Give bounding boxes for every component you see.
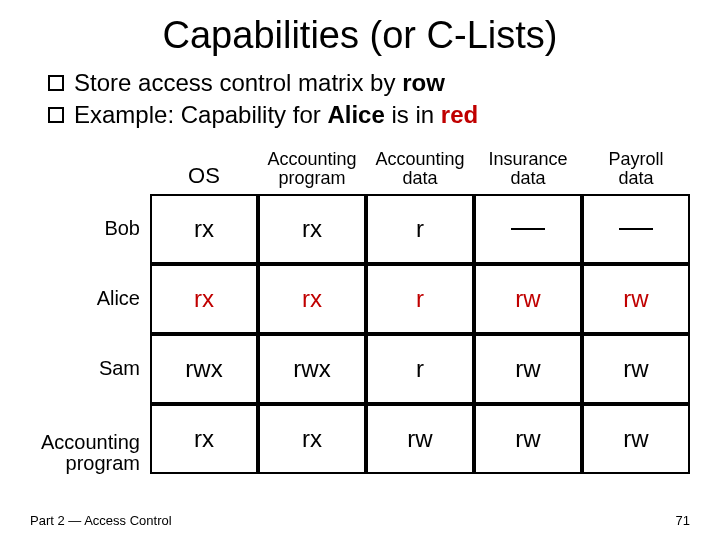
cell-bob-acctdata: r xyxy=(366,194,474,264)
cell-acct-insurance: rw xyxy=(474,404,582,474)
bullet-2-alice: Alice xyxy=(327,101,384,128)
corner-cell xyxy=(30,146,150,194)
slide-footer: Part 2 — Access Control 71 xyxy=(30,513,690,528)
cell-bob-acctprog: rx xyxy=(258,194,366,264)
col-acct-data-a: Accounting xyxy=(375,149,464,169)
row-sam-label: Sam xyxy=(30,334,150,404)
col-acct-data-b: data xyxy=(402,168,437,188)
bullet-1-text: Store access control matrix by xyxy=(74,69,402,96)
cell-bob-os: rx xyxy=(150,194,258,264)
cell-sam-os: rwx xyxy=(150,334,258,404)
col-payroll: Payroll data xyxy=(582,146,690,194)
col-acct-program-a: Accounting xyxy=(267,149,356,169)
bullet-2-mid: is in xyxy=(385,101,441,128)
col-acct-program: Accounting program xyxy=(258,146,366,194)
row-bob-label: Bob xyxy=(30,194,150,264)
cell-sam-acctdata: r xyxy=(366,334,474,404)
bullet-2-pre: Example: Capability for xyxy=(74,101,327,128)
cell-bob-payroll xyxy=(582,194,690,264)
col-acct-data: Accounting data xyxy=(366,146,474,194)
footer-left: Part 2 — Access Control xyxy=(30,513,172,528)
bullet-2: Example: Capability for Alice is in red xyxy=(48,99,690,131)
col-os-label: OS xyxy=(188,163,220,188)
col-insurance: Insurance data xyxy=(474,146,582,194)
cell-acct-os: rx xyxy=(150,404,258,474)
cell-acct-acctdata: rw xyxy=(366,404,474,474)
cell-sam-insurance: rw xyxy=(474,334,582,404)
bullet-1: Store access control matrix by row xyxy=(48,67,690,99)
col-os: OS xyxy=(150,160,258,193)
cell-alice-insurance: rw xyxy=(474,264,582,334)
dash-icon xyxy=(619,228,653,230)
col-payroll-b: data xyxy=(618,168,653,188)
col-insurance-a: Insurance xyxy=(488,149,567,169)
col-payroll-a: Payroll xyxy=(608,149,663,169)
col-insurance-b: data xyxy=(510,168,545,188)
cell-sam-acctprog: rwx xyxy=(258,334,366,404)
bullet-list: Store access control matrix by row Examp… xyxy=(30,67,690,132)
cell-alice-os: rx xyxy=(150,264,258,334)
cell-alice-acctdata: r xyxy=(366,264,474,334)
cell-bob-insurance xyxy=(474,194,582,264)
row-acct-label: Accounting program xyxy=(30,404,150,474)
cell-alice-acctprog: rx xyxy=(258,264,366,334)
cell-acct-payroll: rw xyxy=(582,404,690,474)
row-acct-label-a: Accounting xyxy=(41,432,140,453)
page-number: 71 xyxy=(676,513,690,528)
slide-title: Capabilities (or C-Lists) xyxy=(30,14,690,57)
cell-alice-payroll: rw xyxy=(582,264,690,334)
col-acct-program-b: program xyxy=(278,168,345,188)
cell-acct-acctprog: rx xyxy=(258,404,366,474)
row-acct-label-b: program xyxy=(66,453,140,474)
bullet-1-bold: row xyxy=(402,69,445,96)
bullet-2-red: red xyxy=(441,101,478,128)
capability-table: OS Accounting program Accounting data In… xyxy=(30,146,690,474)
cell-sam-payroll: rw xyxy=(582,334,690,404)
row-alice-label: Alice xyxy=(30,264,150,334)
dash-icon xyxy=(511,228,545,230)
